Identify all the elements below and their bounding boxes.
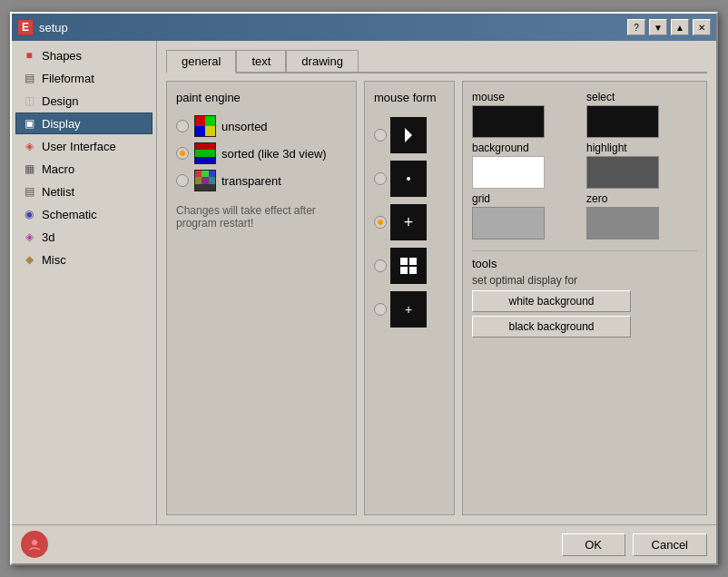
- paint-option-unsorted[interactable]: unsorted: [176, 115, 347, 137]
- svg-point-18: [32, 540, 37, 545]
- paint-label-transparent: transparent: [221, 174, 281, 188]
- shapes-icon: ■: [22, 48, 36, 63]
- color-label-select: select: [586, 91, 697, 103]
- color-swatch-background[interactable]: [472, 156, 545, 189]
- unsorted-preview-svg: [195, 116, 215, 136]
- radio-mouse-plus[interactable]: [374, 216, 387, 229]
- design-icon: ◫: [22, 93, 36, 108]
- svg-rect-16: [195, 184, 215, 191]
- crosshair-cursor-icon: +: [404, 214, 414, 230]
- sidebar-item-misc[interactable]: ◆ Misc: [15, 249, 152, 270]
- paint-preview-transparent: [194, 170, 216, 191]
- color-swatch-zero[interactable]: [586, 207, 659, 240]
- mouse-preview-quad[interactable]: [390, 248, 427, 284]
- sidebar-item-userinterface[interactable]: ◈ User Interface: [15, 135, 152, 157]
- sidebar: ■ Shapes ▤ Fileformat ◫ Design ▣ Display…: [12, 41, 157, 524]
- paint-preview-sorted: [194, 142, 216, 164]
- mouse-form-title: mouse form: [374, 91, 445, 104]
- sidebar-item-fileformat[interactable]: ▤ Fileformat: [15, 67, 152, 89]
- schematic-icon: ◉: [22, 207, 36, 221]
- sidebar-label-macro: Macro: [42, 162, 74, 176]
- black-background-button[interactable]: black background: [472, 316, 631, 337]
- tools-subtitle: set optimal display for: [472, 274, 697, 287]
- tab-general[interactable]: general: [166, 50, 236, 73]
- titlebar-left: E setup: [17, 19, 68, 35]
- paint-option-sorted[interactable]: sorted (like 3d view): [176, 142, 347, 164]
- sidebar-label-userinterface: User Interface: [42, 140, 116, 153]
- radio-transparent[interactable]: [176, 174, 189, 187]
- small-crosshair-cursor-icon: +: [405, 303, 412, 316]
- setup-window: E setup ? ▼ ▲ ✕ ■ Shapes ▤ Fileformat ◫ …: [10, 12, 718, 565]
- help-button[interactable]: ?: [627, 19, 645, 35]
- mouse-preview-dot[interactable]: [390, 161, 427, 197]
- color-label-zero: zero: [586, 192, 697, 205]
- dialog-buttons: OK Cancel: [562, 533, 707, 556]
- main-content: general text drawing paint engine: [157, 41, 716, 524]
- cancel-button[interactable]: Cancel: [633, 533, 707, 556]
- sidebar-label-misc: Misc: [42, 253, 66, 267]
- svg-rect-2: [205, 116, 215, 126]
- radio-mouse-plus-small[interactable]: [374, 303, 387, 316]
- restart-note: Changes will take effect after program r…: [176, 204, 347, 230]
- ok-button[interactable]: OK: [562, 533, 625, 556]
- radio-unsorted[interactable]: [176, 120, 189, 132]
- color-label-highlight: highlight: [586, 142, 697, 154]
- netlist-icon: ▤: [22, 184, 36, 199]
- titlebar-buttons: ? ▼ ▲ ✕: [627, 19, 711, 35]
- mouse-preview-plus-small[interactable]: +: [390, 291, 427, 328]
- mouse-preview-arrow[interactable]: [390, 117, 427, 153]
- white-background-button[interactable]: white background: [472, 290, 631, 312]
- mouse-preview-plus[interactable]: +: [390, 204, 427, 240]
- fileformat-icon: ▤: [22, 71, 36, 85]
- sidebar-label-3d: 3d: [42, 230, 54, 244]
- sidebar-item-macro[interactable]: ▦ Macro: [15, 158, 152, 180]
- svg-rect-14: [202, 177, 209, 184]
- paint-engine-title: paint engine: [176, 91, 347, 104]
- arrow-cursor-icon: [405, 128, 412, 142]
- maximize-button[interactable]: ▲: [671, 19, 689, 35]
- color-swatch-grid[interactable]: [472, 207, 545, 240]
- paint-preview-unsorted: [194, 115, 216, 137]
- paint-label-sorted: sorted (like 3d view): [221, 147, 327, 161]
- sidebar-item-3d[interactable]: ◈ 3d: [15, 226, 152, 248]
- misc-icon: ◆: [22, 252, 36, 267]
- tab-drawing[interactable]: drawing: [286, 50, 359, 72]
- paint-engine-panel: paint engine: [166, 81, 357, 515]
- color-group-grid: grid: [472, 192, 583, 240]
- mouse-option-arrow: [374, 117, 445, 153]
- color-label-background: background: [472, 142, 583, 154]
- radio-mouse-quad[interactable]: [374, 259, 387, 272]
- tools-title: tools: [472, 257, 697, 270]
- transparent-preview-svg: [195, 171, 215, 191]
- color-group-zero: zero: [586, 192, 697, 240]
- radio-mouse-arrow[interactable]: [374, 129, 387, 142]
- color-swatch-select[interactable]: [586, 105, 659, 138]
- paint-option-transparent[interactable]: transparent: [176, 170, 347, 191]
- svg-rect-10: [195, 171, 202, 177]
- svg-rect-3: [195, 126, 205, 136]
- sidebar-item-display[interactable]: ▣ Display: [15, 112, 152, 134]
- minimize-button[interactable]: ▼: [649, 19, 667, 35]
- sidebar-item-design[interactable]: ◫ Design: [15, 90, 152, 112]
- sidebar-item-netlist[interactable]: ▤ Netlist: [15, 181, 152, 202]
- titlebar: E setup ? ▼ ▲ ✕: [12, 14, 716, 41]
- sidebar-item-schematic[interactable]: ◉ Schematic: [15, 203, 152, 225]
- quad-cursor-icon: [400, 258, 417, 274]
- window-body: ■ Shapes ▤ Fileformat ◫ Design ▣ Display…: [12, 41, 716, 524]
- sidebar-label-schematic: Schematic: [42, 208, 97, 221]
- color-swatch-mouse[interactable]: [472, 105, 545, 138]
- mouse-option-quad: [374, 248, 445, 284]
- window-title: setup: [39, 21, 68, 34]
- sidebar-label-fileformat: Fileformat: [42, 72, 94, 85]
- mouse-form-panel: mouse form: [364, 81, 455, 515]
- tab-text[interactable]: text: [236, 50, 286, 72]
- radio-sorted[interactable]: [176, 147, 189, 160]
- close-button[interactable]: ✕: [693, 19, 711, 35]
- color-swatch-highlight[interactable]: [586, 156, 659, 189]
- radio-mouse-dot[interactable]: [374, 172, 387, 185]
- mouse-option-plus-small: +: [374, 291, 445, 328]
- sidebar-item-shapes[interactable]: ■ Shapes: [15, 44, 152, 66]
- color-label-grid: grid: [472, 192, 583, 205]
- svg-rect-11: [202, 171, 209, 177]
- color-group-select: select: [586, 91, 697, 138]
